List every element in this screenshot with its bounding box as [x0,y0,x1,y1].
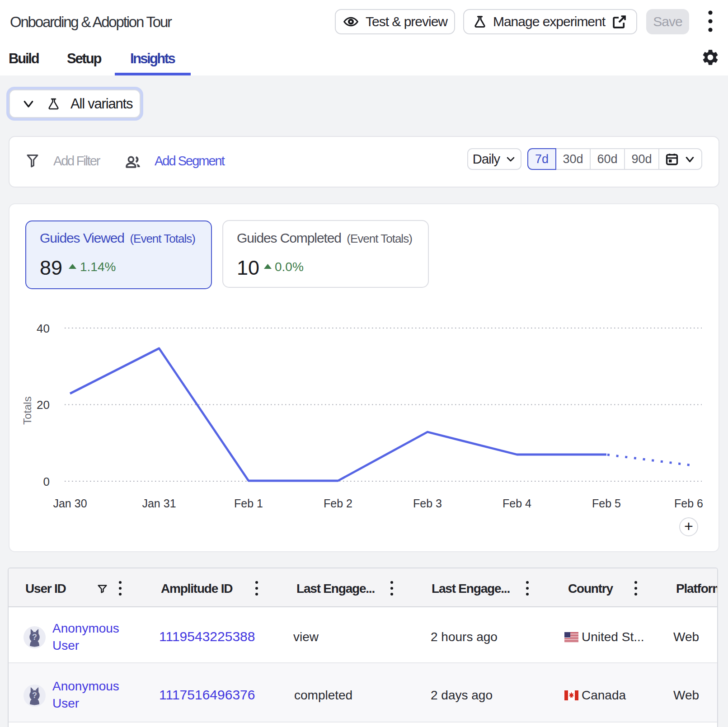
svg-text:?: ? [32,691,37,700]
svg-text:?: ? [32,633,37,642]
